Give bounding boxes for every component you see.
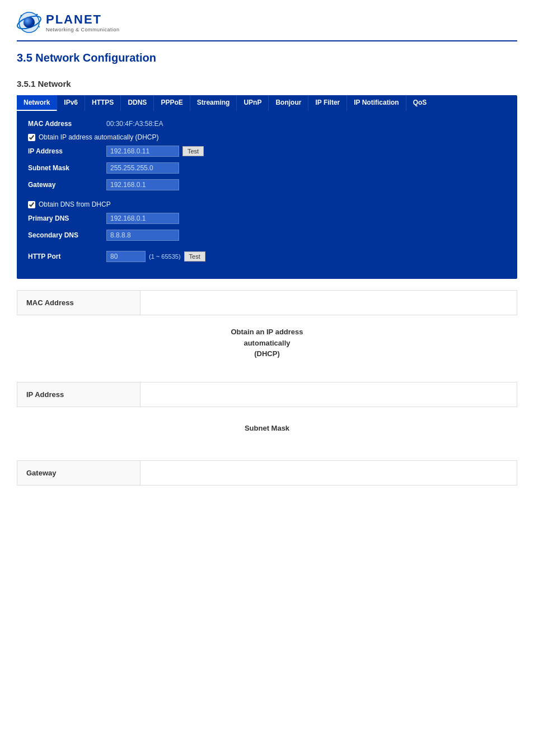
- test-button-1[interactable]: Test: [182, 146, 204, 156]
- desc-key-gateway: Gateway: [17, 461, 140, 485]
- logo-text: PLANET Networking & Communication: [46, 12, 120, 32]
- http-port-range: (1 ~ 65535): [149, 253, 181, 260]
- obtain-dns-label: Obtain DNS from DHCP: [39, 200, 111, 208]
- desc-row-ip: IP Address: [17, 382, 517, 407]
- tab-pppoe[interactable]: PPPoE: [154, 95, 190, 111]
- secondary-dns-row: Secondary DNS: [28, 230, 506, 241]
- svg-point-6: [36, 14, 38, 16]
- obtain-dhcp-checkbox[interactable]: [28, 134, 35, 141]
- obtain-dhcp-row: Obtain IP address automatically (DHCP): [28, 133, 506, 141]
- subnet-mask-label: Subnet Mask: [28, 164, 106, 172]
- logo-area: PLANET Networking & Communication: [17, 10, 120, 35]
- desc-table-ip: IP Address: [17, 382, 517, 407]
- standalone-subnet: Subnet Mask: [0, 407, 534, 450]
- tab-bonjour[interactable]: Bonjour: [269, 95, 308, 111]
- primary-dns-label: Primary DNS: [28, 214, 106, 222]
- desc-key-mac: MAC Address: [17, 291, 140, 315]
- desc-table-gateway: Gateway: [17, 460, 517, 486]
- mac-address-value: 00:30:4F:A3:58:EA: [106, 120, 163, 128]
- standalone-subnet-label: Subnet Mask: [17, 423, 517, 434]
- desc-key-ip: IP Address: [17, 382, 140, 407]
- gateway-input[interactable]: [106, 179, 179, 190]
- tab-bar: Network IPv6 HTTPS DDNS PPPoE Streaming …: [17, 95, 517, 111]
- desc-key-gateway-label: Gateway: [26, 469, 56, 477]
- svg-point-5: [21, 15, 22, 17]
- test-button-2[interactable]: Test: [184, 251, 205, 262]
- ip-address-row: IP Address Test: [28, 146, 506, 157]
- secondary-dns-input[interactable]: [106, 230, 179, 241]
- tab-upnp[interactable]: UPnP: [237, 95, 269, 111]
- tab-network[interactable]: Network: [17, 95, 57, 111]
- tab-ip-notification[interactable]: IP Notification: [347, 95, 406, 111]
- http-port-label: HTTP Port: [28, 253, 106, 260]
- subnet-mask-row: Subnet Mask: [28, 162, 506, 174]
- obtain-dns-checkbox[interactable]: [28, 201, 35, 208]
- gateway-row: Gateway: [28, 179, 506, 190]
- logo-planet-text: PLANET: [46, 12, 120, 27]
- obtain-dns-row: Obtain DNS from DHCP: [28, 200, 506, 208]
- gateway-label: Gateway: [28, 181, 106, 189]
- tab-qos[interactable]: QoS: [406, 95, 434, 111]
- logo-subtitle-text: Networking & Communication: [46, 27, 120, 32]
- primary-dns-row: Primary DNS: [28, 213, 506, 224]
- tab-https[interactable]: HTTPS: [85, 95, 121, 111]
- mac-address-row: MAC Address 00:30:4F:A3:58:EA: [28, 120, 506, 128]
- desc-val-ip: [140, 382, 517, 407]
- section-title: 3.5.1 Network: [0, 70, 534, 95]
- svg-point-7: [39, 26, 40, 27]
- obtain-dhcp-label: Obtain IP address automatically (DHCP): [39, 133, 159, 141]
- config-panel: MAC Address 00:30:4F:A3:58:EA Obtain IP …: [17, 111, 517, 279]
- ip-address-input[interactable]: [106, 146, 179, 157]
- secondary-dns-label: Secondary DNS: [28, 231, 106, 239]
- desc-row-gateway: Gateway: [17, 461, 517, 485]
- page-title: 3.5 Network Configuration: [0, 41, 534, 70]
- ip-address-label: IP Address: [28, 147, 106, 155]
- tab-ddns[interactable]: DDNS: [121, 95, 154, 111]
- planet-logo-icon: [17, 10, 41, 35]
- desc-key-ip-label: IP Address: [26, 390, 64, 399]
- header: PLANET Networking & Communication: [0, 0, 534, 40]
- desc-row-mac: MAC Address: [17, 291, 517, 315]
- http-port-row: HTTP Port (1 ~ 65535) Test: [28, 251, 506, 262]
- subnet-mask-input[interactable]: [106, 162, 179, 174]
- desc-table-mac: MAC Address: [17, 290, 517, 315]
- standalone-obtain-ip: Obtain an IP addressautomatically(DHCP): [0, 315, 534, 371]
- tab-ip-filter[interactable]: IP Filter: [308, 95, 347, 111]
- primary-dns-input[interactable]: [106, 213, 179, 224]
- desc-key-mac-label: MAC Address: [26, 298, 74, 307]
- desc-val-mac: [140, 291, 517, 315]
- tab-streaming[interactable]: Streaming: [190, 95, 237, 111]
- mac-address-label: MAC Address: [28, 120, 106, 128]
- http-port-input[interactable]: [106, 251, 146, 262]
- standalone-obtain-ip-label: Obtain an IP addressautomatically(DHCP): [17, 326, 517, 360]
- desc-val-gateway: [140, 461, 517, 485]
- svg-point-8: [19, 26, 20, 27]
- svg-point-4: [24, 17, 35, 28]
- tab-ipv6[interactable]: IPv6: [57, 95, 85, 111]
